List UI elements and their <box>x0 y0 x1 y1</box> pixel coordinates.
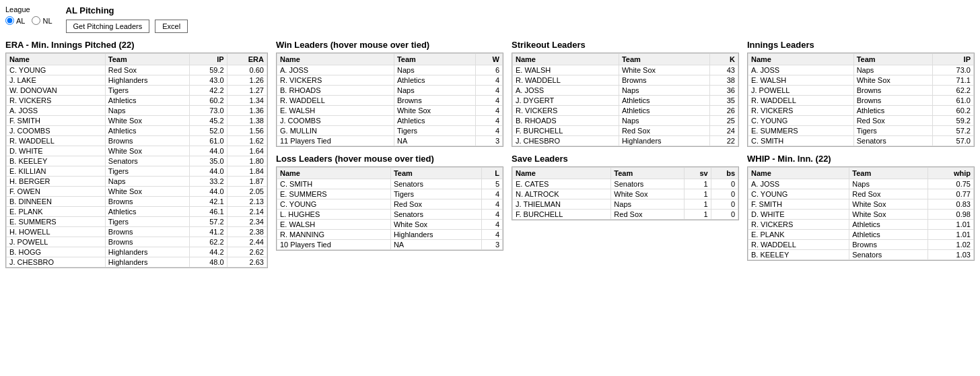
table-cell: 1.26 <box>227 75 267 86</box>
table-cell: Red Sox <box>619 126 709 136</box>
table-cell: R. WADDELL <box>748 96 854 106</box>
table-row: 10 Players TiedNA3 <box>277 240 503 250</box>
table-row: E. PLANKAthletics1.01 <box>748 230 974 240</box>
table-row: B. HOGGHighlanders44.22.62 <box>7 247 267 257</box>
table-cell: 26 <box>709 106 738 116</box>
table-cell: Athletics <box>849 230 928 240</box>
table-cell: 22 <box>709 136 738 146</box>
table-cell: J. THIELMAN <box>513 199 611 210</box>
table-cell: 4 <box>476 126 503 136</box>
table-cell: J. CHESBRO <box>513 136 619 146</box>
get-pitching-leaders-button[interactable]: Get Pitching Leaders <box>66 20 150 33</box>
innings-leaders-table: Name Team IP A. JOSSNaps73.0E. WALSHWhit… <box>748 53 974 146</box>
table-row: F. BURCHELLRed Sox24 <box>513 126 738 136</box>
table-cell: 73.0 <box>933 65 974 75</box>
table-cell: B. DINNEEN <box>7 197 106 207</box>
table-cell: Browns <box>853 96 933 106</box>
table-cell: 1 <box>685 199 711 210</box>
table-cell: C. SMITH <box>748 136 854 146</box>
table-row: A. JOSSNaps0.75 <box>748 179 974 189</box>
table-cell: Senators <box>390 179 481 189</box>
table-cell: 57.2 <box>933 126 974 136</box>
table-cell: Browns <box>105 227 189 237</box>
table-cell: E. WALSH <box>513 65 619 75</box>
table-cell: Tigers <box>390 189 481 199</box>
table-cell: 3 <box>481 240 502 250</box>
table-row: J. THIELMANNaps10 <box>513 199 738 210</box>
table-cell: Tigers <box>105 166 189 177</box>
table-cell: F. SMITH <box>7 116 106 126</box>
table-cell: E. PLANK <box>7 207 106 217</box>
table-cell: A. JOSS <box>7 106 106 116</box>
table-cell: White Sox <box>849 210 928 220</box>
table-cell: 2.34 <box>227 217 267 227</box>
win-col-team: Team <box>394 54 475 65</box>
table-cell: 4 <box>481 199 502 210</box>
table-cell: 59.2 <box>189 65 227 75</box>
table-row: J. CHESBROHighlanders22 <box>513 136 738 146</box>
table-cell: 61.0 <box>933 96 974 106</box>
table-cell: Naps <box>619 86 709 96</box>
table-cell: 0.98 <box>928 210 974 220</box>
table-cell: 0.83 <box>928 199 974 210</box>
table-cell: R. VICKERS <box>7 96 106 106</box>
table-cell: 60.2 <box>189 96 227 106</box>
table-cell: 2.63 <box>227 257 267 268</box>
table-cell: 1.56 <box>227 126 267 136</box>
table-cell: D. WHITE <box>748 210 849 220</box>
table-cell: 71.1 <box>933 75 974 86</box>
inn-col-ip: IP <box>933 54 974 65</box>
era-col-team: Team <box>105 54 189 65</box>
table-row: R. VICKERSAthletics4 <box>277 75 503 86</box>
so-col-name: Name <box>513 54 619 65</box>
table-cell: White Sox <box>849 199 928 210</box>
table-row: R. VICKERSAthletics60.21.34 <box>7 96 267 106</box>
table-row: R. WADDELLBrowns1.02 <box>748 240 974 250</box>
table-cell: H. HOWELL <box>7 227 106 237</box>
win-col-w: W <box>476 54 503 65</box>
nl-radio[interactable]: NL <box>32 16 52 25</box>
strikeout-leaders-title: Strikeout Leaders <box>512 40 739 50</box>
table-row: L. HUGHESSenators4 <box>277 210 503 220</box>
table-cell: White Sox <box>619 65 709 75</box>
table-cell: J. COOMBS <box>277 116 394 126</box>
table-cell: R. WADDELL <box>277 96 394 106</box>
table-cell: A. JOSS <box>277 65 394 75</box>
era-col-ip: IP <box>189 54 227 65</box>
table-cell: 73.0 <box>189 106 227 116</box>
whip-title: WHIP - Min. Inn. (22) <box>747 154 975 164</box>
table-row: F. SMITHWhite Sox0.83 <box>748 199 974 210</box>
table-cell: Athletics <box>394 116 475 126</box>
table-row: 11 Players TiedNA3 <box>277 136 503 146</box>
sv-col-sv: sv <box>685 168 711 179</box>
table-cell: E. SUMMERS <box>277 189 391 199</box>
table-cell: 2.44 <box>227 237 267 247</box>
win-leaders-title: Win Leaders (hover mouse over tied) <box>276 40 503 50</box>
table-cell: 4 <box>481 220 502 230</box>
table-cell: Tigers <box>105 217 189 227</box>
table-row: D. WHITEWhite Sox0.98 <box>748 210 974 220</box>
table-row: N. ALTROCKWhite Sox10 <box>513 189 738 199</box>
table-cell: 6 <box>476 65 503 75</box>
table-cell: White Sox <box>394 106 475 116</box>
table-cell: J. LAKE <box>7 75 106 86</box>
table-cell: Naps <box>394 65 475 75</box>
table-row: E. WALSHWhite Sox43 <box>513 65 738 75</box>
table-cell: Athletics <box>619 96 709 106</box>
table-row: J. CHESBROHighlanders48.02.63 <box>7 257 267 268</box>
table-cell: 1.36 <box>227 106 267 116</box>
table-cell: J. CHESBRO <box>7 257 106 268</box>
table-cell: NA <box>390 240 481 250</box>
al-radio[interactable]: AL <box>5 16 25 25</box>
table-cell: 44.0 <box>189 146 227 156</box>
table-cell: White Sox <box>853 75 933 86</box>
table-cell: Athletics <box>105 207 189 217</box>
era-title: ERA - Min. Innings Pitched (22) <box>5 40 268 50</box>
excel-button[interactable]: Excel <box>155 20 188 33</box>
table-row: B. RHOADSNaps4 <box>277 86 503 96</box>
table-cell: 24 <box>709 126 738 136</box>
table-row: F. SMITHWhite Sox45.21.38 <box>7 116 267 126</box>
table-cell: 62.2 <box>933 86 974 96</box>
table-row: J. LAKEHighlanders43.01.26 <box>7 75 267 86</box>
table-cell: C. YOUNG <box>748 116 854 126</box>
